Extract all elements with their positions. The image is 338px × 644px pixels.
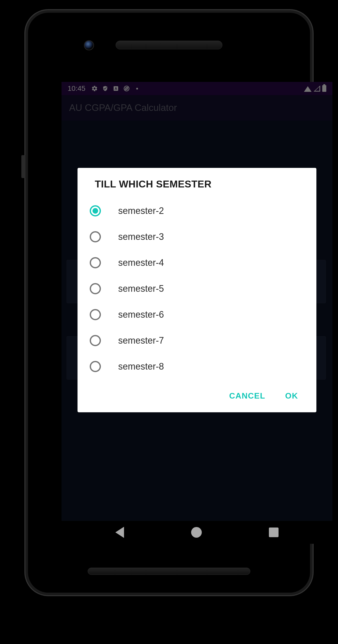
radio-icon [90, 309, 101, 320]
radio-icon [90, 283, 101, 294]
ok-button[interactable]: OK [282, 389, 301, 403]
radio-icon [90, 205, 101, 216]
radio-item-semester-8[interactable]: semester-8 [78, 354, 316, 379]
radio-icon [90, 361, 101, 372]
camera-lens [84, 40, 94, 50]
radio-item-semester-5[interactable]: semester-5 [78, 276, 316, 302]
dialog-overlay[interactable]: TILL WHICH SEMESTER semester-2semester-3… [62, 82, 332, 544]
dialog-title: TILL WHICH SEMESTER [78, 179, 316, 198]
speaker-bottom [88, 568, 250, 575]
dialog-actions: CANCEL OK [78, 383, 316, 412]
speaker-top [116, 41, 222, 49]
radio-item-semester-7[interactable]: semester-7 [78, 328, 316, 354]
radio-label: semester-3 [118, 231, 164, 242]
radio-label: semester-4 [118, 257, 164, 268]
screen: 10:45 A [62, 82, 332, 544]
phone-frame: 10:45 A [25, 10, 313, 595]
radio-label: semester-8 [118, 361, 164, 372]
radio-list: semester-2semester-3semester-4semester-5… [78, 198, 316, 383]
radio-icon [90, 335, 101, 346]
radio-item-semester-6[interactable]: semester-6 [78, 302, 316, 328]
radio-item-semester-2[interactable]: semester-2 [78, 198, 316, 224]
radio-label: semester-2 [118, 206, 164, 216]
radio-item-semester-4[interactable]: semester-4 [78, 250, 316, 276]
side-button [21, 155, 25, 178]
radio-label: semester-7 [118, 335, 164, 346]
radio-icon [90, 257, 101, 268]
radio-label: semester-6 [118, 309, 164, 320]
recent-button[interactable] [269, 528, 279, 537]
back-button[interactable] [115, 527, 124, 538]
radio-item-semester-3[interactable]: semester-3 [78, 224, 316, 250]
home-button[interactable] [191, 527, 202, 538]
cancel-button[interactable]: CANCEL [226, 389, 268, 403]
radio-label: semester-5 [118, 283, 164, 294]
semester-dialog: TILL WHICH SEMESTER semester-2semester-3… [78, 168, 316, 412]
radio-icon [90, 231, 101, 242]
navigation-bar [62, 521, 332, 544]
